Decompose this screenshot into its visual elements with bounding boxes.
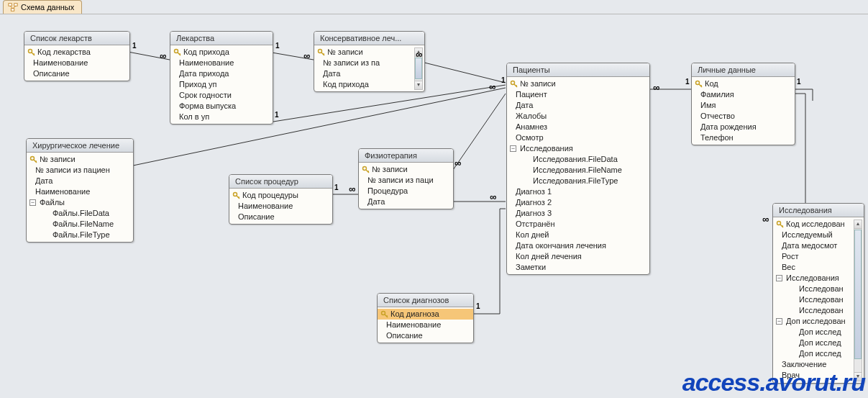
- field[interactable]: Код диагноза: [378, 309, 473, 320]
- table-personal[interactable]: Личные данные Код Фамилия Имя Отчество Д…: [691, 63, 795, 145]
- field[interactable]: Дата: [507, 100, 649, 111]
- field[interactable]: № записи из пациен: [27, 165, 133, 176]
- field[interactable]: Наименование: [27, 186, 133, 197]
- field[interactable]: Наименование: [229, 201, 332, 212]
- field[interactable]: Код исследован: [773, 219, 854, 230]
- field[interactable]: Доп исслед: [773, 338, 854, 348]
- table-title[interactable]: Личные данные: [692, 63, 795, 77]
- field[interactable]: Кол в уп: [170, 112, 273, 122]
- table-title[interactable]: Хирургическое лечение: [27, 139, 133, 153]
- scrollbar[interactable]: ▴ ▾: [854, 220, 862, 381]
- field[interactable]: № записи: [314, 47, 414, 58]
- table-title[interactable]: Список процедур: [229, 175, 332, 189]
- field[interactable]: № записи: [507, 78, 649, 89]
- field[interactable]: Наименование: [378, 320, 473, 330]
- field[interactable]: −Доп исследован: [773, 316, 854, 327]
- table-title[interactable]: Исследования: [773, 204, 864, 217]
- field[interactable]: Наименование: [24, 58, 129, 68]
- field[interactable]: № записи: [27, 154, 133, 165]
- scroll-thumb[interactable]: [854, 230, 862, 359]
- field[interactable]: № записи: [359, 164, 453, 175]
- field[interactable]: Исследован: [773, 284, 854, 294]
- field[interactable]: Исследуемый: [773, 230, 854, 240]
- field[interactable]: Код лекарства: [24, 47, 129, 58]
- field[interactable]: Дата: [359, 196, 453, 207]
- field[interactable]: Дата окончания лечения: [507, 240, 649, 251]
- field[interactable]: Код: [692, 78, 795, 89]
- field[interactable]: Описание: [229, 212, 332, 222]
- field[interactable]: −Файлы: [27, 197, 133, 208]
- field[interactable]: Диагноз 3: [507, 208, 649, 219]
- table-title[interactable]: Физиотерапия: [359, 149, 453, 163]
- table-physio[interactable]: Физиотерапия № записи № записи из паци П…: [358, 148, 454, 209]
- field[interactable]: Отчество: [692, 111, 795, 122]
- table-drugs[interactable]: Лекарства Код прихода Наименование Дата …: [170, 31, 273, 125]
- table-drug-list[interactable]: Список лекарств Код лекарства Наименован…: [24, 31, 130, 81]
- table-research[interactable]: Исследования Код исследован Исследуемый …: [772, 203, 864, 384]
- table-procedure-list[interactable]: Список процедур Код процедуры Наименован…: [229, 174, 333, 225]
- table-conservative[interactable]: Консервативное леч... № записи № записи …: [314, 31, 425, 92]
- field[interactable]: Имя: [692, 100, 795, 111]
- field[interactable]: № записи из па: [314, 58, 414, 68]
- field[interactable]: Дата прихода: [170, 68, 273, 79]
- field[interactable]: Дата рождения: [692, 122, 795, 132]
- field[interactable]: Вес: [773, 262, 854, 273]
- field[interactable]: Исследован: [773, 294, 854, 305]
- table-diagnosis-list[interactable]: Список диагнозов Код диагноза Наименован…: [377, 293, 474, 343]
- field[interactable]: Осмотр: [507, 132, 649, 143]
- field[interactable]: −Исследования: [773, 273, 854, 284]
- field[interactable]: Дата: [27, 176, 133, 186]
- field[interactable]: Срок годности: [170, 90, 273, 101]
- field[interactable]: Описание: [24, 68, 129, 79]
- field[interactable]: Кол дней лечения: [507, 251, 649, 262]
- table-title[interactable]: Пациенты: [507, 63, 649, 77]
- field[interactable]: Исследования.FileData: [507, 154, 649, 165]
- field[interactable]: Пациент: [507, 89, 649, 100]
- field[interactable]: Диагноз 1: [507, 186, 649, 197]
- field[interactable]: Фамилия: [692, 89, 795, 100]
- field[interactable]: Дата медосмот: [773, 240, 854, 251]
- table-surgery[interactable]: Хирургическое лечение № записи № записи …: [26, 138, 134, 243]
- table-patients[interactable]: Пациенты № записи Пациент Дата Жалобы Ан…: [506, 63, 650, 275]
- field[interactable]: Рост: [773, 251, 854, 262]
- collapse-icon[interactable]: −: [776, 275, 782, 281]
- field[interactable]: Файлы.FileType: [27, 230, 133, 240]
- table-title[interactable]: Список лекарств: [24, 32, 129, 45]
- field[interactable]: Наименование: [170, 58, 273, 68]
- field[interactable]: № записи из паци: [359, 175, 453, 186]
- field[interactable]: Код процедуры: [229, 190, 332, 201]
- field[interactable]: Исследован: [773, 305, 854, 316]
- field[interactable]: Дата: [314, 68, 414, 79]
- scroll-thumb[interactable]: [415, 58, 422, 79]
- schema-canvas[interactable]: Список лекарств Код лекарства Наименован…: [0, 14, 868, 398]
- field[interactable]: Жалобы: [507, 111, 649, 122]
- field[interactable]: Кол дней: [507, 230, 649, 240]
- field[interactable]: Приход уп: [170, 79, 273, 90]
- field[interactable]: Доп исслед: [773, 348, 854, 359]
- scroll-down-icon[interactable]: ▾: [415, 81, 422, 89]
- field[interactable]: Телефон: [692, 132, 795, 143]
- field[interactable]: Код прихода: [314, 79, 414, 90]
- collapse-icon[interactable]: −: [776, 318, 782, 325]
- table-title[interactable]: Лекарства: [170, 32, 273, 45]
- field[interactable]: Заметки: [507, 262, 649, 273]
- field[interactable]: Описание: [378, 330, 473, 341]
- table-title[interactable]: Консервативное леч...: [314, 32, 424, 45]
- field[interactable]: Форма выпуска: [170, 101, 273, 112]
- field[interactable]: Отстранён: [507, 219, 649, 230]
- tab-schema[interactable]: Схема данных: [3, 0, 82, 14]
- field[interactable]: Анамнез: [507, 122, 649, 132]
- field[interactable]: Исследования.FileName: [507, 165, 649, 176]
- collapse-icon[interactable]: −: [29, 199, 36, 206]
- field[interactable]: Доп исслед: [773, 327, 854, 338]
- field[interactable]: Исследования.FileType: [507, 176, 649, 186]
- field[interactable]: Файлы.FileName: [27, 219, 133, 230]
- scroll-up-icon[interactable]: ▴: [854, 220, 862, 229]
- field[interactable]: Процедура: [359, 186, 453, 196]
- field[interactable]: −Исследования: [507, 143, 649, 154]
- collapse-icon[interactable]: −: [510, 145, 516, 152]
- field[interactable]: Диагноз 2: [507, 197, 649, 208]
- field[interactable]: Файлы.FileData: [27, 208, 133, 219]
- table-title[interactable]: Список диагнозов: [378, 294, 473, 307]
- field[interactable]: Код прихода: [170, 47, 273, 58]
